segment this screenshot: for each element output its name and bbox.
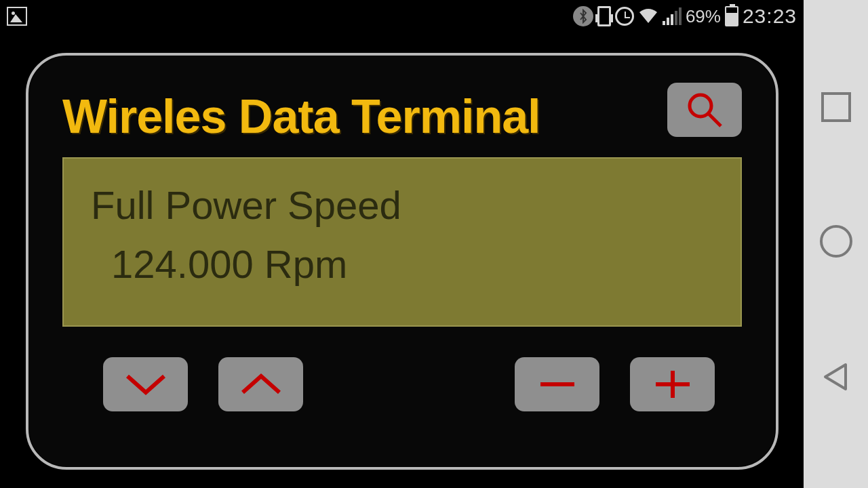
svg-line-1: [709, 114, 721, 126]
vibrate-icon: [597, 6, 611, 26]
svg-marker-5: [825, 365, 846, 389]
lcd-display: Full Power Speed 124.000 Rpm: [62, 157, 742, 327]
minus-button[interactable]: [515, 357, 599, 411]
wifi-icon: [638, 8, 658, 24]
terminal-panel: Wireles Data Terminal Full Power Speed 1…: [26, 53, 778, 470]
plus-button[interactable]: [630, 357, 715, 411]
signal-icon: [663, 7, 682, 25]
android-nav-bar: [804, 0, 868, 488]
chevron-up-icon: [237, 371, 285, 398]
phone-screen: 69% 23:23 Wireles Data Terminal Full Pow…: [0, 0, 804, 488]
nav-back-button[interactable]: [820, 361, 852, 396]
battery-percentage: 69%: [686, 6, 721, 27]
page-title: Wireles Data Terminal: [62, 89, 540, 144]
status-bar: 69% 23:23: [0, 0, 804, 33]
search-button[interactable]: [667, 83, 742, 137]
minus-icon: [534, 371, 581, 398]
down-button[interactable]: [103, 357, 188, 411]
clock-time: 23:23: [743, 5, 797, 28]
svg-point-0: [690, 95, 711, 117]
search-icon: [684, 89, 725, 130]
nav-recent-button[interactable]: [821, 92, 851, 122]
bluetooth-icon: [573, 6, 593, 26]
plus-icon: [649, 371, 696, 398]
triangle-left-icon: [820, 361, 852, 393]
display-line-2: 124.000 Rpm: [91, 235, 713, 293]
display-line-1: Full Power Speed: [91, 176, 713, 235]
battery-icon: [725, 6, 738, 26]
nav-home-button[interactable]: [820, 225, 852, 258]
chevron-down-icon: [122, 371, 170, 398]
up-button[interactable]: [218, 357, 303, 411]
picture-icon: [7, 7, 27, 26]
alarm-icon: [615, 7, 634, 26]
